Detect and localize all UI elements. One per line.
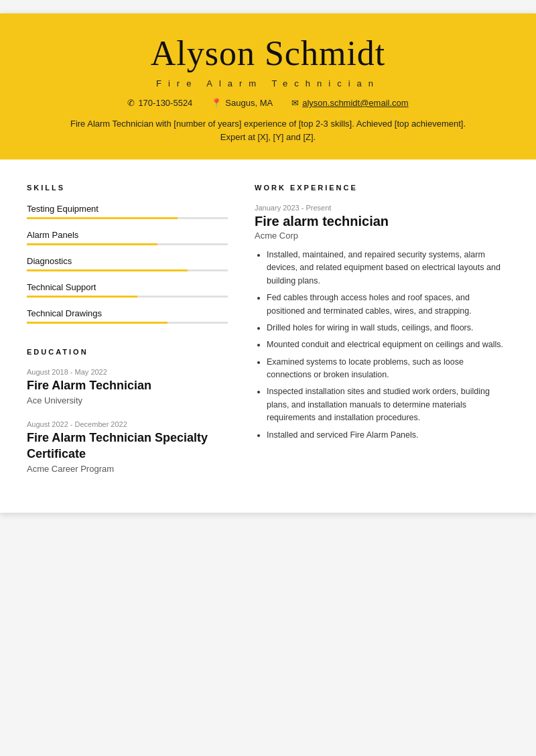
email-contact: ✉ alyson.schmidt@email.com	[291, 98, 408, 108]
skill-name: Testing Equipment	[27, 204, 228, 214]
work-section: WORK EXPERIENCE January 2023 - Present F…	[255, 184, 509, 442]
skill-name: Alarm Panels	[27, 230, 228, 240]
work-dates: January 2023 - Present	[255, 204, 509, 212]
phone-contact: ✆ 170-130-5524	[127, 98, 192, 108]
contact-info: ✆ 170-130-5524 📍 Saugus, MA ✉ alyson.sch…	[27, 98, 509, 108]
edu-dates: August 2018 - May 2022	[27, 368, 228, 376]
list-item: Installed, maintained, and repaired secu…	[267, 249, 509, 288]
skills-list: Testing Equipment Alarm Panels Diagnosti…	[27, 204, 228, 324]
location-text: Saugus, MA	[225, 98, 273, 108]
list-item: Inspected installation sites and studied…	[267, 385, 509, 424]
education-entry: August 2022 - December 2022 Fire Alarm T…	[27, 420, 228, 474]
skills-section: SKILLS Testing Equipment Alarm Panels Di…	[27, 184, 228, 324]
location-contact: 📍 Saugus, MA	[211, 98, 273, 108]
skill-bar-fill	[27, 269, 188, 271]
education-section: EDUCATION August 2018 - May 2022 Fire Al…	[27, 348, 228, 474]
skill-bar-background	[27, 269, 228, 271]
skill-bar-fill	[27, 296, 137, 298]
education-list: August 2018 - May 2022 Fire Alarm Techni…	[27, 368, 228, 474]
email-link[interactable]: alyson.schmidt@email.com	[302, 98, 408, 108]
candidate-name: Alyson Schmidt	[27, 34, 509, 73]
location-icon: 📍	[211, 98, 222, 108]
skill-item: Testing Equipment	[27, 204, 228, 219]
skill-bar-background	[27, 217, 228, 219]
skill-name: Technical Drawings	[27, 308, 228, 318]
resume-document: Alyson Schmidt Fire Alarm Technician ✆ 1…	[0, 13, 536, 513]
list-item: Drilled holes for wiring in wall studs, …	[267, 322, 509, 334]
skill-name: Technical Support	[27, 282, 228, 292]
skill-bar-background	[27, 322, 228, 324]
phone-icon: ✆	[127, 98, 135, 108]
edu-dates: August 2022 - December 2022	[27, 420, 228, 428]
work-section-title: WORK EXPERIENCE	[255, 184, 509, 192]
body-section: SKILLS Testing Equipment Alarm Panels Di…	[0, 160, 536, 513]
skill-bar-fill	[27, 322, 168, 324]
candidate-summary: Fire Alarm Technician with [number of ye…	[67, 117, 469, 143]
skill-item: Diagnostics	[27, 256, 228, 271]
list-item: Fed cables through access holes and roof…	[267, 292, 509, 318]
education-entry: August 2018 - May 2022 Fire Alarm Techni…	[27, 368, 228, 405]
skill-item: Technical Drawings	[27, 308, 228, 324]
work-company: Acme Corp	[255, 231, 509, 241]
edu-degree: Fire Alarm Technician	[27, 378, 228, 393]
candidate-title: Fire Alarm Technician	[27, 78, 509, 88]
work-list: January 2023 - Present Fire alarm techni…	[255, 204, 509, 442]
list-item: Mounted conduit and electrical equipment…	[267, 338, 509, 351]
left-column: SKILLS Testing Equipment Alarm Panels Di…	[27, 184, 228, 489]
skills-section-title: SKILLS	[27, 184, 228, 192]
work-entry: January 2023 - Present Fire alarm techni…	[255, 204, 509, 442]
skill-item: Technical Support	[27, 282, 228, 298]
header-section: Alyson Schmidt Fire Alarm Technician ✆ 1…	[0, 13, 536, 160]
phone-number: 170-130-5524	[138, 98, 192, 108]
skill-item: Alarm Panels	[27, 230, 228, 245]
list-item: Examined systems to locate problems, suc…	[267, 356, 509, 382]
skill-bar-background	[27, 243, 228, 245]
education-section-title: EDUCATION	[27, 348, 228, 356]
edu-institution: Ace University	[27, 395, 228, 405]
skill-name: Diagnostics	[27, 256, 228, 266]
right-column: WORK EXPERIENCE January 2023 - Present F…	[255, 184, 509, 489]
edu-institution: Acme Career Program	[27, 464, 228, 474]
list-item: Installed and serviced Fire Alarm Panels…	[267, 429, 509, 442]
work-bullets-list: Installed, maintained, and repaired secu…	[255, 249, 509, 442]
edu-degree: Fire Alarm Technician Specialty Certific…	[27, 430, 228, 462]
work-job-title: Fire alarm technician	[255, 214, 509, 229]
skill-bar-background	[27, 296, 228, 298]
email-icon: ✉	[291, 98, 299, 108]
skill-bar-fill	[27, 217, 178, 219]
skill-bar-fill	[27, 243, 157, 245]
